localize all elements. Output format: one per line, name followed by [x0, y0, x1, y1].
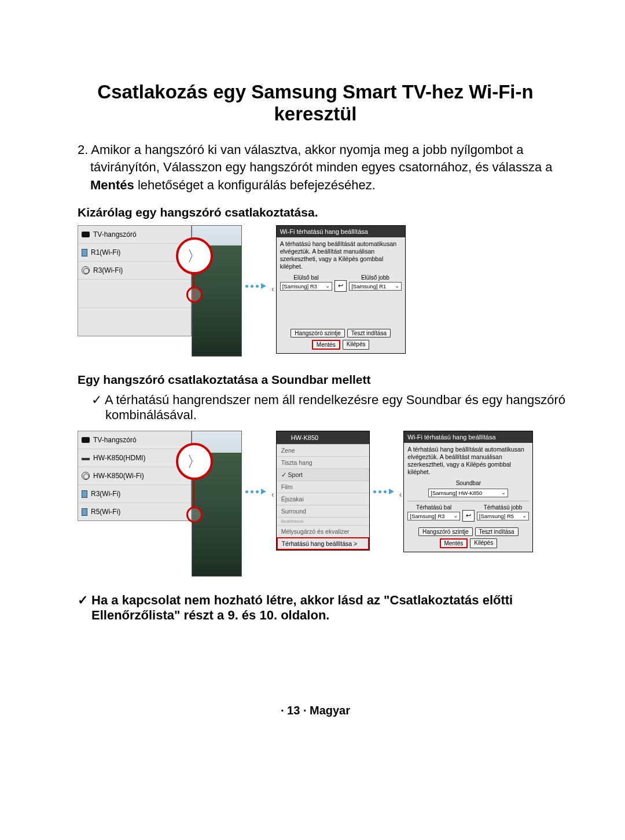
menu-item[interactable]: Tiszta hang	[277, 456, 369, 468]
page-title: Csatlakozás egy Samsung Smart TV-hez Wi-…	[64, 81, 567, 125]
flow-arrow-icon	[245, 489, 266, 494]
instruction-step-2: 2. Amikor a hangszóró ki van választva, …	[78, 141, 567, 194]
chevron-left-icon: ‹	[271, 284, 274, 294]
list-label: R1(Wi-Fi)	[91, 248, 120, 256]
popup-title: Wi-Fi térhatású hang beállítása	[404, 431, 532, 443]
chevron-left-icon: ‹	[271, 490, 274, 499]
flow-arrow-icon	[245, 283, 266, 289]
swap-icon[interactable]: ↩	[462, 510, 475, 522]
list-item[interactable]: HW-K850(Wi-Fi)	[78, 467, 191, 485]
soundbar-label: Soundbar	[407, 480, 529, 486]
popup-description: A térhatású hang beállítását automatikus…	[407, 446, 529, 476]
surround-right-label: Térhatású jobb	[477, 504, 530, 511]
list-label: TV-hangszóró	[93, 230, 137, 239]
speaker-list-1: TV-hangszóró R1(Wi-Fi) R3(Wi-Fi)	[78, 225, 192, 336]
note-surround-unavailable: ✓ A térhatású hangrendszer nem áll rende…	[91, 393, 567, 423]
speaker-level-button[interactable]: Hangszóró szintje	[291, 329, 344, 338]
tv-icon	[82, 437, 90, 443]
menu-item[interactable]: Éjszakai	[277, 493, 369, 505]
front-left-label: Elülső bal	[280, 274, 333, 281]
round-speaker-icon	[280, 434, 288, 442]
swap-icon[interactable]: ↩	[334, 280, 347, 292]
menu-item[interactable]: Film	[277, 480, 369, 493]
background-image-2: 〉	[192, 431, 242, 577]
menu-title: HW-K850	[277, 431, 369, 444]
surround-right-select[interactable]: [Samsung] R5	[477, 512, 530, 520]
soundbar-select[interactable]: [Samsung] HW-K850	[428, 489, 508, 497]
speaker-level-button[interactable]: Hangszóró szintje	[418, 527, 472, 536]
list-item[interactable]: TV-hangszóró	[78, 226, 191, 244]
speaker-list-2: TV-hangszóró HW-K850(HDMI) HW-K850(Wi-Fi…	[78, 431, 192, 521]
front-right-select[interactable]: [Samsung] R1	[349, 282, 402, 291]
menu-item[interactable]: Surround	[277, 505, 369, 517]
exit-button[interactable]: Kilépés	[343, 340, 370, 350]
list-item[interactable]: HW-K850(HDMI)	[78, 449, 191, 467]
list-label: HW-K850(HDMI)	[93, 454, 145, 462]
callout-dot-icon	[186, 287, 203, 303]
menu-title-text: HW-K850	[291, 434, 318, 441]
menu-item-selected[interactable]: Sport	[277, 468, 369, 480]
surround-left-select[interactable]: [Samsung] R3	[407, 512, 460, 520]
callout-dot-icon	[186, 507, 203, 523]
save-button[interactable]: Mentés	[312, 340, 340, 350]
page-footer: · 13 · Magyar	[64, 704, 567, 717]
list-label: HW-K850(Wi-Fi)	[93, 472, 144, 480]
step-number: 2.	[78, 142, 91, 157]
round-speaker-icon	[82, 266, 90, 274]
speaker-icon	[82, 508, 87, 516]
flow-arrow-icon	[373, 489, 394, 494]
front-right-label: Elülső jobb	[349, 274, 402, 281]
background-image-1: 〉	[192, 225, 242, 357]
step-text-2: lehetőséget a konfigurálás befejezéséhez…	[134, 178, 376, 192]
list-item[interactable]: R5(Wi-Fi)	[78, 503, 191, 520]
speaker-icon	[82, 490, 87, 498]
menu-section-label: Beállítások	[277, 517, 369, 525]
exit-button[interactable]: Kilépés	[470, 538, 497, 548]
list-label: R5(Wi-Fi)	[91, 508, 120, 516]
step-text-1: Amikor a hangszóró ki van választva, akk…	[90, 142, 553, 174]
note-connection-checklist: ✓ Ha a kapcsolat nem hozható létre, akko…	[78, 593, 567, 623]
popup-description: A térhatású hang beállítását automatikus…	[280, 240, 402, 271]
list-label: R3(Wi-Fi)	[91, 490, 120, 498]
start-test-button[interactable]: Teszt indítása	[475, 527, 519, 536]
round-speaker-icon	[82, 472, 90, 480]
front-left-select[interactable]: [Samsung] R3	[280, 282, 333, 291]
list-item-empty	[78, 280, 191, 308]
list-label: TV-hangszóró	[93, 436, 137, 444]
tv-icon	[82, 232, 90, 237]
surround-setup-menu-item[interactable]: Térhatású hang beállítása >	[277, 537, 369, 550]
right-arrow-callout-icon: 〉	[176, 443, 213, 480]
list-item[interactable]: R1(Wi-Fi)	[78, 244, 191, 262]
wifi-surround-popup-1: Wi-Fi térhatású hang beállítása A térhat…	[276, 225, 406, 354]
soundbar-icon	[82, 458, 90, 460]
save-button[interactable]: Mentés	[440, 538, 468, 548]
list-item[interactable]: R3(Wi-Fi)	[78, 485, 191, 503]
surround-left-label: Térhatású bal	[407, 504, 460, 511]
figure-row-1: TV-hangszóró R1(Wi-Fi) R3(Wi-Fi) 〉 ‹ Wi-…	[78, 225, 567, 357]
menu-item[interactable]: Mélysugárzó és ekvalizer	[277, 525, 369, 537]
soundbar-menu-popup: HW-K850 Zene Tiszta hang Sport Film Éjsz…	[276, 431, 370, 551]
list-item[interactable]: R3(Wi-Fi)	[78, 262, 191, 280]
section-1-heading: Kizárólag egy hangszóró csatlakoztatása.	[78, 206, 567, 219]
chevron-left-icon: ‹	[399, 490, 402, 499]
step-bold: Mentés	[90, 178, 134, 192]
list-label: R3(Wi-Fi)	[93, 266, 123, 274]
list-item-empty	[78, 308, 191, 336]
speaker-icon	[82, 249, 87, 256]
list-item[interactable]: TV-hangszóró	[78, 431, 191, 449]
wifi-surround-popup-2: Wi-Fi térhatású hang beállítása A térhat…	[403, 431, 533, 552]
right-arrow-callout-icon: 〉	[176, 237, 213, 274]
figure-row-2: TV-hangszóró HW-K850(HDMI) HW-K850(Wi-Fi…	[78, 431, 567, 577]
popup-title: Wi-Fi térhatású hang beállítása	[277, 226, 405, 237]
section-2-heading: Egy hangszóró csatlakoztatása a Soundbar…	[78, 373, 567, 387]
divider	[407, 501, 529, 501]
start-test-button[interactable]: Teszt indítása	[347, 329, 391, 338]
menu-item[interactable]: Zene	[277, 444, 369, 456]
